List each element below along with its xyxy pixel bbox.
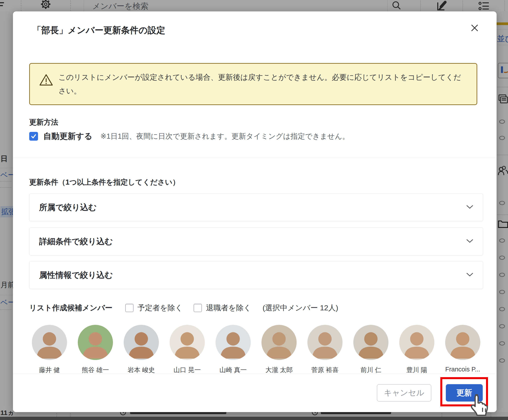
selected-member-count: (選択中メンバー 12人) xyxy=(262,303,338,313)
chevron-down-icon xyxy=(466,239,473,244)
dialog-footer: キャンセル 更新 xyxy=(13,374,497,412)
member: 前川 仁 xyxy=(353,325,388,375)
avatar xyxy=(124,325,159,360)
member: 豊川 陽 xyxy=(399,325,434,375)
member-name: 菅原 裕喜 xyxy=(311,366,339,375)
member: 大瀧 太郎 xyxy=(261,325,297,375)
member: 岩本 峻史 xyxy=(124,325,159,375)
member-name: 山崎 真一 xyxy=(219,366,247,375)
avatar xyxy=(307,325,343,360)
accordion-label: 属性情報で絞り込む xyxy=(39,270,113,281)
accordion-filter-by-attribute[interactable]: 属性情報で絞り込む xyxy=(29,261,483,289)
auto-update-note: ※1日1回、夜間に日次で更新されます。更新タイミングは指定できません。 xyxy=(100,131,350,141)
hand-cursor-icon xyxy=(470,393,491,420)
member-name: 熊谷 雄一 xyxy=(82,366,109,375)
auto-update-label[interactable]: 自動更新する xyxy=(43,131,92,142)
auto-update-row: 自動更新する ※1日1回、夜間に日次で更新されます。更新タイミングは指定できませ… xyxy=(29,131,349,142)
member-name: 岩本 峻史 xyxy=(128,366,155,375)
exclude-planned-filter[interactable]: 予定者を除く xyxy=(125,303,183,313)
exclude-retired-checkbox[interactable] xyxy=(194,304,202,312)
member: 山崎 真一 xyxy=(216,325,251,375)
warning-banner: このリストにメンバーが設定されている場合、更新後は戻すことができません。必要に応… xyxy=(29,63,477,105)
member: Francois P... xyxy=(445,325,480,375)
member: 菅原 裕喜 xyxy=(307,325,343,375)
avatar xyxy=(170,325,205,360)
exclude-planned-label: 予定者を除く xyxy=(138,303,183,313)
avatar xyxy=(32,325,67,360)
close-icon[interactable] xyxy=(471,24,480,33)
member-name: 大瀧 太郎 xyxy=(265,366,293,375)
avatar xyxy=(353,325,388,360)
screen: メンバーを検索 xyxy=(0,0,508,420)
candidate-members-label: リスト作成候補メンバー xyxy=(29,303,112,313)
chevron-down-icon xyxy=(466,272,473,278)
candidate-members-header: リスト作成候補メンバー 予定者を除く 退職者を除く (選択中メンバー 12人) xyxy=(29,303,338,313)
member-update-conditions-dialog: 「部長」メンバー更新条件の設定 このリストにメンバーが設定されている場合、更新後… xyxy=(13,11,497,412)
member-name: 藤井 健 xyxy=(39,366,60,375)
avatar xyxy=(216,325,251,360)
accordion-label: 所属で絞り込む xyxy=(39,202,97,213)
accordion-filter-by-detail[interactable]: 詳細条件で絞り込む xyxy=(29,227,483,255)
auto-update-checkbox[interactable] xyxy=(29,132,38,141)
avatar xyxy=(78,325,113,360)
member: 山口 晃一 xyxy=(170,325,205,375)
member-name: 前川 仁 xyxy=(360,366,381,375)
cancel-button[interactable]: キャンセル xyxy=(377,384,431,402)
member-name: 山口 晃一 xyxy=(174,366,201,375)
update-method-label: 更新方法 xyxy=(29,117,58,127)
member: 熊谷 雄一 xyxy=(78,325,113,375)
member-name: 豊川 陽 xyxy=(406,366,427,375)
chevron-down-icon xyxy=(466,205,473,210)
accordion-label: 詳細条件で絞り込む xyxy=(39,236,113,247)
warning-text: このリストにメンバーが設定されている場合、更新後は戻すことができません。必要に応… xyxy=(59,70,469,98)
avatar xyxy=(399,325,434,360)
avatar xyxy=(261,325,297,360)
member-name: Francois P... xyxy=(445,366,480,373)
accordion-filter-by-department[interactable]: 所属で絞り込む xyxy=(29,193,483,221)
warning-icon xyxy=(39,73,53,88)
exclude-planned-checkbox[interactable] xyxy=(125,304,134,312)
member-list: 藤井 健 熊谷 雄一 岩本 峻史 山口 晃一 xyxy=(32,325,480,375)
exclude-retired-filter[interactable]: 退職者を除く xyxy=(194,303,251,313)
dialog-title: 「部長」メンバー更新条件の設定 xyxy=(32,24,165,36)
exclude-retired-label: 退職者を除く xyxy=(206,303,251,313)
member: 藤井 健 xyxy=(32,325,67,375)
section-divider xyxy=(13,158,497,158)
update-conditions-label: 更新条件（1つ以上条件を指定してください） xyxy=(29,177,180,187)
avatar xyxy=(445,325,480,360)
